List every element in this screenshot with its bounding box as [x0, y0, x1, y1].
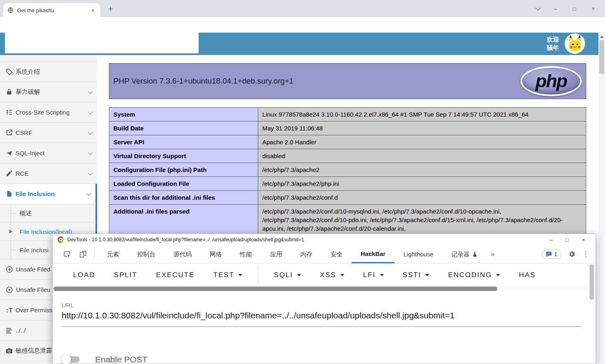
sidebar-item-bruteforce[interactable]: 暴力破解 [0, 82, 97, 102]
chevron-down-icon [88, 109, 93, 114]
tabs-overflow-icon[interactable]: » [487, 250, 499, 258]
enable-post-toggle[interactable] [62, 356, 80, 363]
message-bubble-icon [546, 251, 552, 257]
hackbar-hashing-menu[interactable]: HAS [519, 271, 536, 279]
toolbar-divider [94, 250, 95, 258]
tab-console[interactable]: 控制台 [128, 245, 164, 263]
toggle-knob[interactable] [61, 355, 71, 364]
tab-network[interactable]: 网络 [201, 245, 231, 263]
tag-icon [6, 68, 13, 75]
sidebar-item-sql-inject[interactable]: SQL-Inject [0, 143, 97, 163]
table-row: Virtual Directory Supportdisabled [109, 149, 586, 163]
url-field-value[interactable]: http://10.1.0.30:8082/vul/fileinclude/fi… [62, 311, 454, 320]
devtools-maximize-button[interactable]: □ [566, 237, 569, 243]
devtools-tabbar: 元素 控制台 源代码 网络 性能 应用 内存 安全 HackBar Lighth… [53, 245, 596, 263]
site-banner: 欢迎 骚年 [0, 33, 598, 55]
tab-performance[interactable]: 性能 [231, 245, 261, 263]
caret-down-icon [297, 274, 301, 276]
sidebar-item-rce[interactable]: RCE [0, 163, 97, 184]
table-row: SystemLinux 9778578a8e24 3.10.0-1160.42.… [109, 108, 586, 121]
new-tab-button[interactable]: + [104, 3, 117, 15]
caret-down-icon [238, 274, 242, 276]
enable-post-label: Enable POST [95, 355, 147, 364]
tab-sources[interactable]: 源代码 [164, 245, 201, 263]
tab-title: Get the pikachu [17, 7, 86, 13]
camera-icon [6, 347, 13, 354]
download-circle-icon [6, 266, 13, 273]
sidebar-item-xss[interactable]: Cross-Site Scripting [0, 102, 97, 123]
caret-down-icon [496, 274, 500, 276]
chevron-down-icon [86, 191, 91, 195]
table-row: Additional .ini files parsed/etc/php/7.3… [109, 205, 586, 236]
browser-tab[interactable]: Get the pikachu × [3, 3, 100, 17]
pikachu-avatar [565, 33, 585, 54]
hackbar-panel: URL http://10.1.0.30:8082/vul/fileinclud… [53, 291, 596, 364]
hackbar-lfi-menu[interactable]: LFI [363, 271, 384, 279]
screen: Get the pikachu × + – □ × ← → 不安全 [0, 0, 605, 364]
table-row: Scan this dir for additional .ini files/… [109, 191, 586, 205]
page-scrollbar[interactable] [598, 33, 605, 364]
sidebar-item-system-intro[interactable]: 系统介绍 [0, 62, 97, 82]
lock-icon [6, 88, 13, 95]
scrollbar-thumb[interactable] [599, 40, 604, 74]
devtools-right-controls: 1 ⋮ [542, 249, 596, 259]
settings-gear-icon[interactable] [568, 250, 576, 258]
hackbar-test-menu[interactable]: TEST [213, 271, 242, 279]
caret-down-icon [425, 274, 429, 276]
tab-memory[interactable]: 内存 [291, 245, 321, 263]
caret-down-icon [380, 274, 384, 276]
sidebar-item-csrf[interactable]: CSRF [0, 123, 97, 143]
phpinfo-header: PHP Version 7.3.6-1+ubuntu18.04.1+deb.su… [109, 63, 586, 99]
table-row: Server APIApache 2.0 Handler [109, 135, 586, 149]
hackbar-ssti-menu[interactable]: SSTI [403, 271, 430, 279]
hackbar-toolbar: LOAD SPLIT EXECUTE TEST SQLI XSS LFI SST… [53, 263, 596, 287]
window-close-button[interactable]: × [584, 5, 603, 12]
window-minimize-button[interactable]: – [546, 5, 565, 12]
tab-security[interactable]: 安全 [321, 245, 352, 263]
window-maximize-button[interactable]: □ [565, 6, 584, 12]
hackbar-split-button[interactable]: SPLIT [114, 271, 137, 279]
sidebar-item-file-inclusion[interactable]: File Inclusion [0, 184, 97, 204]
tab-lighthouse[interactable]: Lighthouse [394, 245, 442, 263]
lines-icon [6, 327, 13, 334]
caret-down-icon [340, 274, 344, 276]
chrome-logo-icon [58, 236, 64, 243]
hackbar-load-button[interactable]: LOAD [73, 271, 95, 279]
hackbar-divider [258, 266, 258, 284]
window-chevron-icon[interactable] [527, 5, 546, 12]
tab-close-icon[interactable]: × [89, 7, 96, 14]
tab-recorder[interactable]: 记录器 [442, 245, 487, 263]
scroll-up-arrow-icon[interactable] [600, 35, 603, 38]
tab-application[interactable]: 应用 [261, 245, 291, 263]
phpinfo-table: SystemLinux 9778578a8e24 3.10.0-1160.42.… [109, 107, 586, 236]
devtools-menu-kebab-icon[interactable]: ⋮ [582, 250, 589, 258]
devtools-title: DevTools - 10.1.0.30:8082/vul/fileinclud… [67, 237, 546, 243]
devtools-vertical-scrollbar-thumb[interactable] [589, 264, 594, 300]
url-field-label: URL [62, 302, 74, 309]
devtools-close-button[interactable]: × [582, 237, 585, 243]
sidebar-subitem-overview[interactable]: 概述 [0, 204, 97, 223]
active-arrow-icon [9, 229, 12, 234]
scrollbar-thumb[interactable] [53, 287, 497, 291]
export-icon [6, 129, 13, 136]
table-row: Build DateMay 31 2019 11:06:48 [109, 121, 586, 135]
hackbar-execute-button[interactable]: EXECUTE [156, 271, 195, 279]
chevron-down-icon [88, 170, 93, 175]
hackbar-xss-menu[interactable]: XSS [320, 271, 344, 279]
issues-count: 1 [554, 251, 557, 257]
text-size-icon: ↕T [6, 307, 13, 313]
tab-hackbar[interactable]: HackBar [352, 245, 394, 263]
issues-badge[interactable]: 1 [542, 249, 561, 259]
hackbar-encoding-menu[interactable]: ENCODING [448, 271, 500, 279]
device-toolbar-icon[interactable] [75, 250, 91, 258]
tab-strip: Get the pikachu × + – □ × [0, 0, 605, 17]
hackbar-sqli-menu[interactable]: SQLI [274, 271, 301, 279]
list-tree-icon [6, 109, 13, 116]
hackbar-horizontal-scrollbar[interactable] [53, 287, 596, 291]
devtools-minimize-button[interactable]: – [550, 237, 552, 243]
devtools-caption-controls: – □ × [550, 237, 591, 243]
inspect-element-icon[interactable] [59, 250, 75, 258]
table-row: Configuration File (php.ini) Path/etc/ph… [109, 163, 586, 177]
tree-stub [11, 250, 16, 250]
tab-elements[interactable]: 元素 [98, 245, 128, 263]
